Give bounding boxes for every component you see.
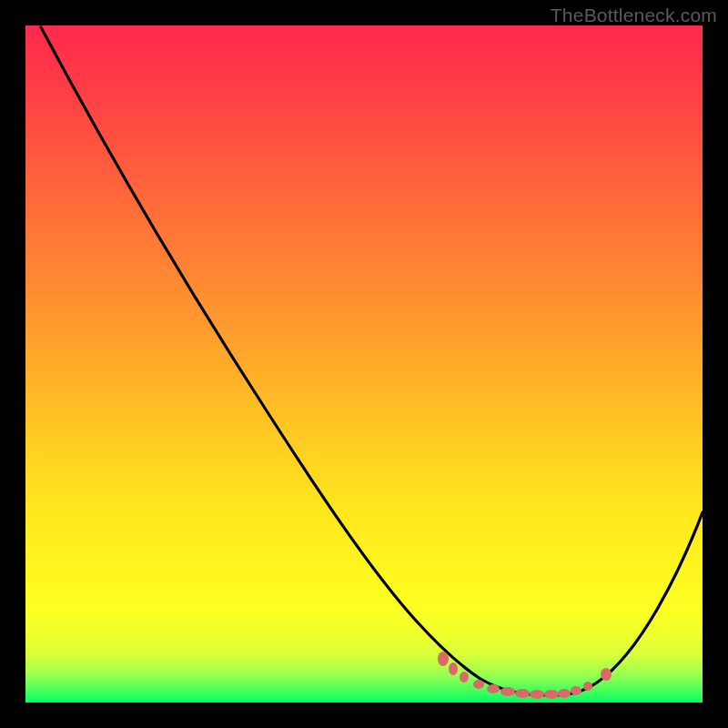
marker-dot	[438, 652, 449, 666]
marker-dot	[460, 672, 469, 682]
marker-dot	[558, 689, 571, 698]
marker-dot	[530, 690, 544, 699]
marker-dot	[544, 690, 559, 699]
marker-dot	[571, 686, 581, 695]
chart-svg	[25, 25, 703, 703]
marker-dot	[601, 668, 612, 681]
optimal-range-markers	[438, 652, 612, 699]
marker-dot	[515, 689, 530, 698]
chart-frame: TheBottleneck.com	[0, 0, 728, 728]
marker-dot	[500, 687, 515, 696]
marker-dot	[473, 680, 484, 689]
bottleneck-curve	[41, 27, 703, 695]
chart-plot-area	[25, 25, 703, 703]
watermark-text: TheBottleneck.com	[551, 5, 717, 26]
marker-dot	[449, 662, 458, 675]
marker-dot	[583, 682, 592, 691]
marker-dot	[487, 684, 500, 693]
